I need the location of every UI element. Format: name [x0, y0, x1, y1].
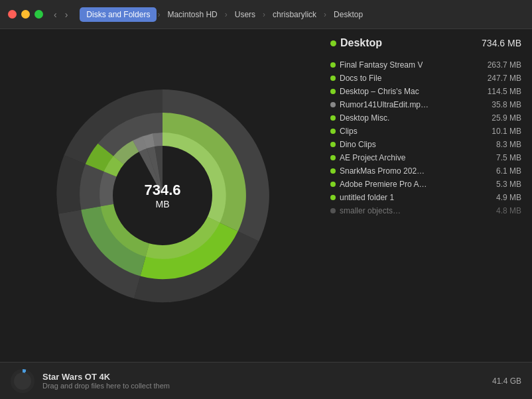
file-size-label: 4.8 MB [496, 206, 521, 215]
file-name-label: untitled folder 1 [340, 193, 394, 202]
file-name-label: Adobe Premiere Pro A… [340, 180, 427, 189]
file-name-label: Final Fantasy Stream V [340, 60, 423, 70]
back-button[interactable]: ‹ [51, 8, 60, 21]
file-name-label: Clips [340, 127, 358, 136]
close-button[interactable] [8, 10, 17, 19]
file-item-left: Desktop Misc. [330, 113, 486, 123]
file-item[interactable]: Docs to File247.7 MB [330, 72, 521, 85]
file-dot-icon [330, 89, 336, 94]
file-size-label: 8.3 MB [496, 140, 521, 149]
file-item[interactable]: Rumor141UltraEdit.mp…35.8 MB [330, 98, 521, 111]
file-name-label: smaller objects… [340, 206, 401, 215]
disk-inner [14, 372, 31, 390]
bottom-bar: Star Wars OT 4K Drag and drop files here… [0, 362, 532, 399]
file-item[interactable]: Clips10.1 MB [330, 125, 521, 138]
file-size-label: 7.5 MB [496, 153, 521, 162]
file-item-left: Rumor141UltraEdit.mp… [330, 100, 486, 109]
file-list: Desktop 734.6 MB Final Fantasy Stream V2… [325, 29, 532, 362]
file-items-list: Final Fantasy Stream V263.7 MBDocs to Fi… [330, 58, 521, 217]
chart-center-size: 734.6 [144, 182, 180, 199]
file-dot-icon [330, 195, 336, 200]
file-dot-icon [330, 142, 336, 147]
file-item-left: Clips [330, 127, 486, 136]
file-name-label: Rumor141UltraEdit.mp… [340, 100, 429, 109]
breadcrumb-separator: › [225, 10, 228, 19]
file-size-label: 263.7 MB [488, 60, 521, 70]
file-item[interactable]: AE Project Archive7.5 MB [330, 151, 521, 164]
file-size-label: 35.8 MB [492, 100, 521, 109]
chart-center-label: 734.6 MB [144, 182, 180, 209]
folder-dot-icon [330, 40, 336, 46]
file-item-left: Desktop – Chris's Mac [330, 87, 482, 96]
file-item[interactable]: Final Fantasy Stream V263.7 MB [330, 58, 521, 72]
file-item[interactable]: Desktop – Chris's Mac114.5 MB [330, 85, 521, 98]
traffic-lights [8, 10, 43, 19]
forward-button[interactable]: › [62, 8, 71, 21]
minimize-button[interactable] [21, 10, 30, 19]
file-item-left: Docs to File [330, 74, 482, 83]
file-dot-icon [330, 115, 336, 121]
breadcrumb-separator: › [157, 10, 160, 19]
file-size-label: 4.9 MB [496, 193, 521, 202]
breadcrumb-separator: › [324, 10, 326, 19]
file-dot-icon [330, 155, 336, 160]
file-name-label: Dino Clips [340, 140, 376, 149]
file-size-label: 5.3 MB [496, 180, 521, 189]
file-name-label: Docs to File [340, 74, 381, 83]
file-size-label: 6.1 MB [496, 166, 521, 176]
file-list-header: Desktop 734.6 MB [330, 37, 521, 52]
file-item-left: Final Fantasy Stream V [330, 60, 482, 70]
breadcrumb-item-macintosh-hd[interactable]: Macintosh HD [161, 7, 224, 22]
maximize-button[interactable] [34, 10, 43, 19]
file-item[interactable]: SnarkMas Promo 202…6.1 MB [330, 164, 521, 178]
bottom-title: Star Wars OT 4K [42, 372, 484, 382]
file-item[interactable]: Desktop Misc.25.9 MB [330, 111, 521, 125]
folder-name-header: Desktop [330, 37, 382, 49]
chart-area: 734.6 MB [0, 29, 325, 362]
main-content: 734.6 MB Desktop 734.6 MB Final Fantasy … [0, 29, 532, 362]
file-item-left: Adobe Premiere Pro A… [330, 180, 491, 189]
file-name-label: SnarkMas Promo 202… [340, 166, 425, 176]
file-item-left: smaller objects… [330, 206, 491, 215]
file-item[interactable]: untitled folder 14.9 MB [330, 191, 521, 204]
file-size-label: 114.5 MB [488, 87, 521, 96]
breadcrumb: Disks and Folders›Macintosh HD›Users›chr… [80, 7, 524, 22]
file-name-label: Desktop – Chris's Mac [340, 87, 419, 96]
disk-icon [11, 369, 34, 393]
file-item[interactable]: Dino Clips8.3 MB [330, 138, 521, 151]
file-name-label: Desktop Misc. [340, 113, 389, 123]
file-size-label: 25.9 MB [492, 113, 521, 123]
bottom-subtitle: Drag and drop files here to collect them [42, 382, 484, 390]
breadcrumb-item-desktop[interactable]: Desktop [327, 7, 369, 22]
breadcrumb-separator: › [263, 10, 265, 19]
file-item-left: Dino Clips [330, 140, 491, 149]
file-size-label: 247.7 MB [488, 74, 521, 83]
folder-name-label: Desktop [340, 37, 382, 49]
file-dot-icon [330, 208, 336, 213]
chart-center-unit: MB [156, 199, 170, 209]
bottom-text: Star Wars OT 4K Drag and drop files here… [42, 372, 484, 390]
file-item-left: untitled folder 1 [330, 193, 491, 202]
file-dot-icon [330, 76, 336, 81]
file-dot-icon [330, 129, 336, 134]
file-dot-icon [330, 182, 336, 187]
breadcrumb-item-disks-and-folders[interactable]: Disks and Folders [80, 7, 157, 22]
file-dot-icon [330, 168, 336, 174]
file-name-label: AE Project Archive [340, 153, 405, 162]
nav-arrows: ‹ › [51, 8, 70, 21]
breadcrumb-item-chrisbarylick[interactable]: chrisbarylick [266, 7, 323, 22]
file-item[interactable]: smaller objects…4.8 MB [330, 204, 521, 217]
file-dot-icon [330, 62, 336, 68]
file-item[interactable]: Adobe Premiere Pro A…5.3 MB [330, 178, 521, 191]
file-dot-icon [330, 102, 336, 107]
total-size-label: 734.6 MB [482, 38, 521, 48]
file-item-left: AE Project Archive [330, 153, 491, 162]
breadcrumb-item-users[interactable]: Users [228, 7, 262, 22]
file-size-label: 10.1 MB [492, 127, 521, 136]
file-item-left: SnarkMas Promo 202… [330, 166, 491, 176]
bottom-size: 41.4 GB [492, 376, 521, 386]
titlebar: ‹ › Disks and Folders›Macintosh HD›Users… [0, 0, 532, 29]
